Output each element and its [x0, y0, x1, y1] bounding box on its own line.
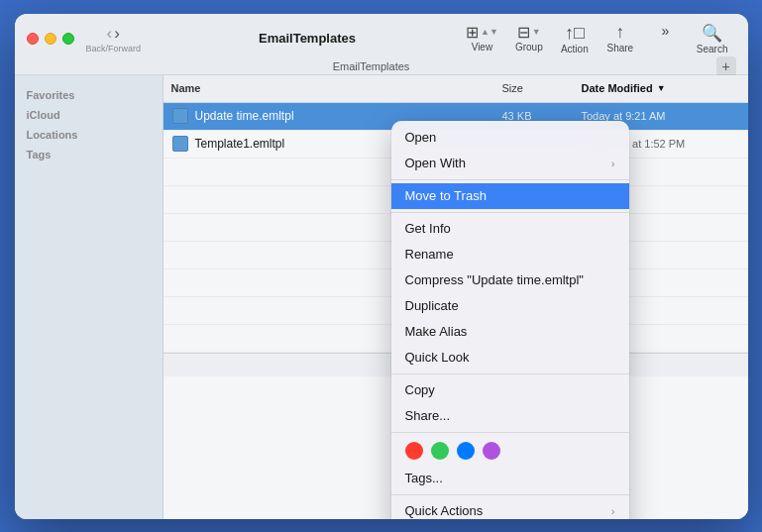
menu-item-duplicate[interactable]: Duplicate	[391, 293, 629, 319]
back-forward-label: Back/Forward	[86, 44, 142, 53]
menu-divider	[391, 179, 629, 180]
view-button[interactable]: ⊞ ▲▼ View	[458, 19, 506, 56]
fullscreen-button[interactable]	[62, 33, 74, 45]
group-button[interactable]: ⊟ ▼ Group	[506, 19, 552, 56]
menu-item-make-alias[interactable]: Make Alias	[391, 319, 629, 345]
finder-window: ‹ › Back/Forward EmailTemplates ⊞ ▲▼ Vie…	[15, 14, 748, 519]
add-button[interactable]: +	[716, 56, 736, 76]
breadcrumb: EmailTemplates	[27, 60, 716, 72]
submenu-arrow-icon: ›	[611, 158, 615, 169]
toolbar: ⊞ ▲▼ View ⊟ ▼ Group ↑□ Action	[458, 19, 736, 58]
minimize-button[interactable]	[45, 33, 56, 45]
menu-divider	[391, 373, 629, 374]
tag-blue-dot[interactable]	[457, 442, 475, 460]
group-label: Group	[515, 42, 543, 53]
view-icon: ⊞	[466, 23, 479, 42]
search-label: Search	[697, 44, 728, 54]
action-button[interactable]: ↑□ Action	[552, 19, 598, 58]
tag-green-dot[interactable]	[431, 442, 449, 460]
sidebar-locations-label: Locations	[15, 125, 163, 143]
action-label: Action	[561, 44, 589, 54]
file-icon	[171, 107, 189, 125]
view-label: View	[472, 42, 493, 53]
menu-item-rename[interactable]: Rename	[391, 242, 629, 267]
menu-divider	[391, 432, 629, 433]
more-icon: »	[661, 23, 670, 39]
column-headers: Name Size Date Modified ▼	[163, 75, 748, 103]
tag-red-dot[interactable]	[405, 442, 423, 460]
content-area: Favorites iCloud Locations Tags Name Siz…	[15, 75, 748, 519]
sidebar-icloud-label: iCloud	[15, 105, 163, 123]
sidebar-tags-label: Tags	[15, 145, 163, 162]
context-menu: Open Open With › Move to Trash Get Info …	[391, 121, 629, 519]
menu-item-copy[interactable]: Copy	[391, 377, 629, 403]
emltpl-icon	[172, 108, 188, 124]
search-button[interactable]: 🔍 Search	[689, 19, 736, 58]
action-icon: ↑□	[565, 23, 585, 44]
forward-arrow-icon[interactable]: ›	[114, 24, 120, 44]
menu-item-open[interactable]: Open	[391, 125, 629, 151]
sort-arrow-icon: ▼	[657, 83, 666, 93]
menu-item-compress[interactable]: Compress "Update time.emltpl"	[391, 267, 629, 293]
back-forward-nav[interactable]: ‹ › Back/Forward	[86, 24, 142, 53]
search-icon: 🔍	[702, 23, 722, 44]
tag-purple-dot[interactable]	[483, 442, 500, 460]
menu-divider	[391, 212, 629, 213]
group-icon: ⊟	[517, 23, 530, 42]
menu-item-quick-actions[interactable]: Quick Actions ›	[391, 498, 629, 519]
tags-color-row	[391, 436, 629, 466]
traffic-lights	[27, 33, 74, 45]
back-arrow-icon[interactable]: ‹	[107, 24, 113, 44]
menu-divider	[391, 494, 629, 495]
menu-item-open-with[interactable]: Open With ›	[391, 151, 629, 176]
col-name-header[interactable]: Name	[171, 82, 502, 94]
more-button[interactable]: »	[643, 19, 689, 43]
emltpl-icon	[172, 136, 188, 152]
menu-item-share[interactable]: Share...	[391, 403, 629, 429]
menu-item-move-to-trash[interactable]: Move to Trash	[391, 183, 629, 209]
menu-item-quick-look[interactable]: Quick Look	[391, 345, 629, 371]
share-icon: ↑	[616, 23, 625, 43]
file-icon	[171, 135, 189, 153]
share-label: Share	[606, 43, 633, 53]
window-title: EmailTemplates	[157, 31, 458, 46]
submenu-arrow-icon: ›	[611, 505, 615, 517]
title-bar: ‹ › Back/Forward EmailTemplates ⊞ ▲▼ Vie…	[15, 14, 748, 75]
sidebar-favorites-label: Favorites	[15, 85, 163, 103]
col-date-header[interactable]: Date Modified ▼	[582, 82, 740, 94]
close-button[interactable]	[27, 33, 39, 45]
menu-item-get-info[interactable]: Get Info	[391, 216, 629, 242]
breadcrumb-bar: EmailTemplates +	[15, 57, 748, 75]
share-button[interactable]: ↑ Share	[598, 19, 643, 57]
sidebar: Favorites iCloud Locations Tags	[15, 75, 163, 519]
col-size-header[interactable]: Size	[502, 82, 582, 94]
menu-item-tags[interactable]: Tags...	[391, 466, 629, 491]
